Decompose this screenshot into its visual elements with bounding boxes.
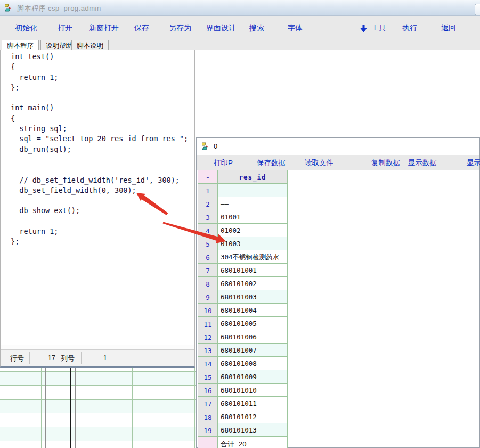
data-cell[interactable]: 680101005 (218, 317, 288, 330)
data-cell[interactable]: 680101013 (218, 423, 288, 437)
app-icon (5, 3, 14, 13)
code-editor-panel: int test() { return 1; }; int main() { s… (0, 50, 195, 368)
line-number-value: 17 (31, 354, 55, 362)
arrow-down-icon (360, 25, 367, 32)
table-row: 6304不锈钢检测药水 (198, 250, 288, 264)
row-number-cell[interactable]: 16 (198, 384, 218, 397)
grid-line (132, 368, 133, 448)
table-row: 7680101001 (198, 264, 288, 277)
screen: 脚本程序 csp_prog.admin 初始化 打开 新窗打开 保存 另存为 界… (0, 0, 480, 448)
data-cell[interactable]: 680101008 (218, 357, 288, 370)
data-cell[interactable]: 680101010 (218, 384, 288, 397)
grid-line (51, 368, 51, 448)
total-value: 20 (239, 440, 246, 448)
grid-line (90, 368, 90, 448)
data-cell[interactable]: 680101004 (218, 304, 288, 317)
titlebar: 脚本程序 csp_prog.admin (0, 0, 480, 16)
row-number-cell[interactable]: 14 (198, 357, 218, 370)
app-icon (202, 142, 211, 151)
table-row: 501003 (198, 237, 288, 250)
row-number-cell[interactable]: 10 (198, 304, 218, 317)
execute-button[interactable]: 执行 (402, 23, 417, 33)
data-cell[interactable]: 680101003 (218, 290, 288, 304)
row-number-cell[interactable]: 15 (198, 370, 218, 384)
data-cell[interactable]: 680101001 (218, 264, 288, 277)
data-cell[interactable]: 01002 (218, 224, 288, 237)
total-label: 合计 (221, 440, 234, 448)
row-number-cell[interactable]: 7 (198, 264, 218, 277)
search-button[interactable]: 搜索 (249, 23, 264, 33)
data-cell[interactable]: 680101009 (218, 370, 288, 384)
read-file-button[interactable]: 读取文件 (305, 158, 333, 168)
row-number-cell[interactable]: 12 (198, 330, 218, 344)
row-number-cell[interactable]: 18 (198, 410, 218, 423)
row-number-cell[interactable]: 6 (198, 250, 218, 264)
table-row: 13680101007 (198, 344, 288, 357)
grid-line (45, 368, 46, 448)
return-button[interactable]: 返回 (441, 23, 456, 33)
row-number-cell[interactable]: 3 (198, 210, 218, 224)
data-cell[interactable]: 680101011 (218, 397, 288, 410)
show-partial-button[interactable]: 显示 (467, 158, 480, 168)
print-button[interactable]: 打印P (214, 158, 233, 168)
data-cell[interactable]: 01001 (218, 210, 288, 224)
table-row: 10680101004 (198, 304, 288, 317)
corner-header-cell[interactable]: - (198, 170, 218, 184)
grid-line (80, 368, 80, 448)
init-button[interactable]: 初始化 (15, 23, 37, 33)
result-toolbar: 打印P 保存数据 读取文件 复制数据 显示数据 显示 (197, 155, 479, 170)
row-number-cell[interactable]: 19 (198, 423, 218, 437)
row-number-cell[interactable]: 5 (198, 237, 218, 250)
column-number-value: 1 (83, 354, 107, 362)
save-button[interactable]: 保存 (134, 23, 149, 33)
table-row: 14680101008 (198, 357, 288, 370)
result-window: 0 打印P 保存数据 读取文件 复制数据 显示数据 显示 -res_id1—2—… (196, 137, 480, 448)
row-number-cell[interactable]: 17 (198, 397, 218, 410)
row-number-cell[interactable]: 8 (198, 277, 218, 290)
data-cell[interactable]: — (218, 184, 288, 197)
ui-design-button[interactable]: 界面设计 (206, 23, 236, 33)
grid-line (70, 368, 71, 448)
data-cell[interactable]: 01003 (218, 237, 288, 250)
table-row: 8680101002 (198, 277, 288, 290)
grid-line (85, 368, 85, 448)
open-button[interactable]: 打开 (58, 23, 72, 33)
open-new-window-button[interactable]: 新窗打开 (89, 23, 119, 33)
grid-line (61, 368, 61, 448)
data-cell[interactable]: 680101006 (218, 330, 288, 344)
row-number-cell[interactable]: 1 (198, 184, 218, 197)
window-control-button[interactable] (475, 4, 480, 15)
row-number-cell[interactable]: 13 (198, 344, 218, 357)
save-as-button[interactable]: 另存为 (169, 23, 191, 33)
show-data-button[interactable]: 显示数据 (408, 158, 437, 168)
copy-data-button[interactable]: 复制数据 (371, 158, 400, 168)
ledger-grid-background (0, 368, 196, 448)
tools-button[interactable]: 工具 (371, 23, 386, 33)
row-number-cell[interactable]: 9 (198, 290, 218, 304)
result-window-title: 0 (214, 142, 217, 150)
grid-line (95, 368, 95, 448)
grid-line (194, 368, 195, 448)
data-cell[interactable]: 304不锈钢检测药水 (218, 250, 288, 264)
row-number-cell[interactable]: 11 (198, 317, 218, 330)
table-header-row: -res_id (198, 170, 288, 184)
data-cell[interactable]: —— (218, 197, 288, 210)
table-row: 15680101009 (198, 370, 288, 384)
tab-script-notes[interactable]: 脚本说明 (71, 40, 109, 50)
code-text[interactable]: int test() { return 1; }; int main() { s… (1, 50, 194, 345)
table-row: 17680101011 (198, 397, 288, 410)
row-number-cell[interactable]: 2 (198, 197, 218, 210)
column-header-cell[interactable]: res_id (218, 170, 288, 184)
data-cell[interactable]: 680101002 (218, 277, 288, 290)
grid-line (75, 368, 76, 448)
font-button[interactable]: 字体 (288, 23, 303, 33)
result-table: -res_id1—2——3010014010025010036304不锈钢检测药… (198, 170, 288, 448)
horizontal-scrollbar[interactable] (1, 345, 194, 350)
table-row: 301001 (198, 210, 288, 224)
data-cell[interactable]: 680101012 (218, 410, 288, 423)
row-number-cell[interactable]: 4 (198, 224, 218, 237)
data-cell[interactable]: 680101007 (218, 344, 288, 357)
save-data-button[interactable]: 保存数据 (257, 158, 286, 168)
tab-bar: 脚本程序 说明帮助 脚本说明 (0, 40, 480, 50)
tab-script-program[interactable]: 脚本程序 (2, 40, 39, 51)
